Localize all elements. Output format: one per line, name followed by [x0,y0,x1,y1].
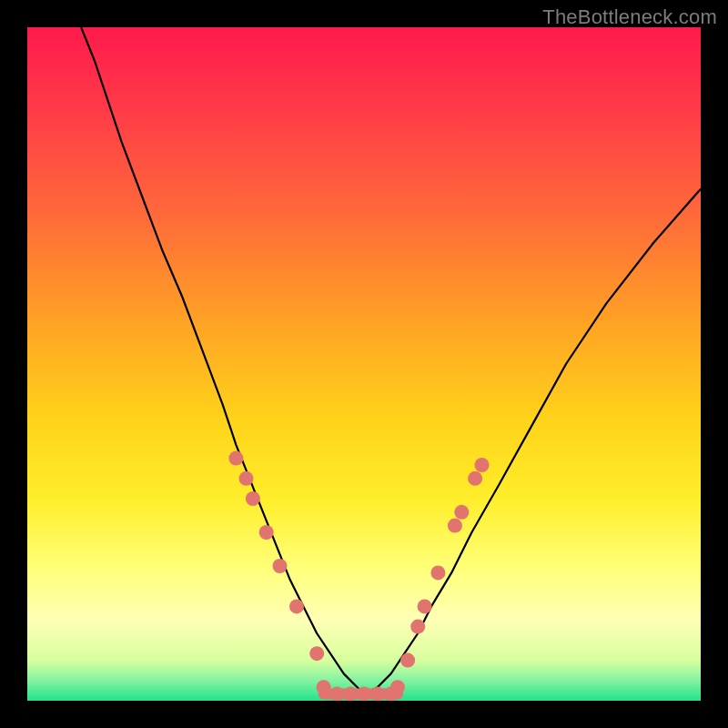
data-marker [329,687,344,701]
outer-frame: TheBottleneck.com [0,0,728,728]
watermark-text: TheBottleneck.com [542,5,717,29]
data-marker [259,525,274,540]
data-marker [390,680,405,694]
data-marker [468,471,482,486]
data-marker [309,646,324,661]
chart-svg [27,27,701,701]
data-marker [400,653,415,668]
data-marker [357,687,371,701]
data-marker [454,505,469,520]
data-marker [343,687,358,701]
data-marker [430,565,445,580]
data-marker [475,458,490,472]
data-marker [273,559,288,573]
data-marker [246,491,260,506]
series-right-branch [364,189,701,694]
data-marker [410,620,425,634]
series-group [81,27,701,694]
data-marker [448,519,462,533]
data-marker [289,599,304,613]
data-marker [228,451,243,466]
data-marker [418,599,432,613]
data-marker [239,471,254,486]
series-left-branch [81,27,364,694]
data-marker [317,680,331,694]
plot-area [27,27,701,701]
data-marker [370,687,385,701]
